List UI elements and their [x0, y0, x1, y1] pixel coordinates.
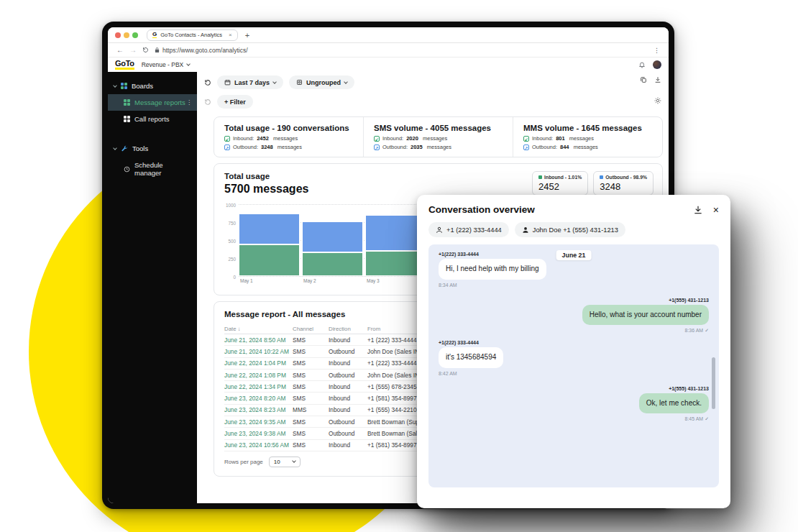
sidebar-group-boards[interactable]: Boards [108, 78, 197, 94]
inbound-icon: ↙ [523, 136, 529, 142]
browser-tabbar: G GoTo Contacts - Analytics × + [108, 27, 669, 43]
grouping-filter[interactable]: Ungrouped [289, 75, 354, 89]
boards-icon [121, 83, 127, 89]
inbound-segment [239, 244, 300, 276]
browser-tab[interactable]: G GoTo Contacts - Analytics × [147, 29, 238, 41]
page: G GoTo Contacts - Analytics × + ← → http… [0, 0, 798, 532]
item-menu-icon[interactable]: ⋮ [186, 99, 192, 106]
minimize-window-button[interactable] [124, 32, 129, 38]
lock-icon [155, 47, 160, 53]
message-sender: +1(222) 333-4444 [439, 340, 479, 345]
cell-channel: SMS [293, 359, 329, 367]
summary-title: Total usage - 190 conversations [224, 124, 353, 132]
inbound-icon: ↙ [374, 136, 380, 142]
goto-logo[interactable]: GoTo [115, 60, 134, 70]
maximize-window-button[interactable] [132, 32, 138, 38]
notifications-bell-icon[interactable] [638, 61, 646, 68]
outbound-icon: ↗ [224, 145, 230, 150]
summary-section: SMS volume - 4055 messages↙Inbound: 2020… [363, 117, 513, 157]
calendar-icon [224, 79, 231, 86]
outbound-icon: ↗ [374, 145, 380, 150]
cell-direction: Inbound [329, 395, 367, 402]
legend-label: Inbound - 1.01% [544, 175, 582, 180]
direction-unit: messages [421, 135, 447, 142]
cell-channel: MMS [293, 406, 329, 413]
conversation-overview-modal: Conversation overview × +1 (222) 333-444… [417, 195, 730, 508]
date-range-filter[interactable]: Last 7 days [217, 75, 283, 89]
y-axis-tick: 1000 [223, 203, 236, 208]
cell-channel: SMS [293, 336, 329, 344]
message-bubble: Hello, what is your account number [582, 305, 709, 326]
reload-icon[interactable] [142, 47, 149, 53]
direction-unit: messages [272, 135, 298, 142]
refresh-icon-disabled [204, 98, 211, 106]
close-icon[interactable]: × [713, 205, 719, 215]
chevron-down-icon [113, 83, 117, 88]
browser-menu-icon[interactable]: ⋮ [653, 47, 660, 54]
download-conversation-icon[interactable] [693, 205, 703, 215]
cell-date: June 23, 2024 8:20 AM [224, 395, 293, 402]
direction-count: 2035 [411, 144, 423, 150]
summary-line: ↙Inbound: 2452 messages [224, 135, 353, 142]
toolbar-row-1: Last 7 days Ungrouped [197, 72, 669, 91]
forward-icon[interactable]: → [129, 46, 137, 54]
sort-desc-icon[interactable]: ↓ [236, 326, 240, 332]
rows-per-page-select[interactable]: 10 [269, 457, 301, 467]
address-bar[interactable]: https://www.goto.com/analytics/ [155, 47, 248, 54]
cell-direction: Outbound [329, 372, 367, 379]
direction-unit: messages [572, 144, 598, 150]
legend-value: 3248 [600, 181, 647, 192]
user-avatar[interactable] [653, 60, 661, 69]
cell-direction: Inbound [329, 383, 367, 390]
legend-value: 2452 [538, 181, 582, 192]
column-header-direction[interactable]: Direction [329, 326, 367, 332]
cell-direction: Inbound [329, 406, 367, 413]
cell-channel: SMS [293, 348, 329, 355]
legend-color-swatch [600, 175, 603, 179]
refresh-icon[interactable] [204, 79, 211, 86]
cell-direction: Inbound [329, 441, 367, 449]
chat-message: +1(555) 431-1213Hello, what is your acco… [439, 298, 709, 334]
sidebar-item-label: Call reports [134, 115, 170, 123]
person-filled-icon [522, 226, 529, 234]
direction-unit: messages [568, 135, 594, 142]
cell-date: June 22, 2024 1:08 PM [224, 372, 293, 379]
back-icon[interactable]: ← [116, 46, 124, 54]
x-axis-label: May 1 [240, 278, 253, 283]
workspace-label: Revenue - PBX [142, 61, 184, 68]
outbound-segment [302, 221, 363, 252]
sidebar-item-schedule-manager[interactable]: Schedule manager [108, 157, 197, 181]
cell-channel: SMS [293, 418, 329, 426]
wrench-icon [121, 145, 128, 152]
direction-label: Outbound: [382, 144, 408, 150]
close-window-button[interactable] [115, 32, 121, 38]
sidebar-item-message-reports[interactable]: Message reports ⋮ [108, 94, 197, 111]
settings-gear-icon[interactable] [654, 97, 661, 104]
participant-label: John Doe +1 (555) 431-1213 [533, 226, 618, 234]
delivered-check-icon: ✓ [703, 328, 709, 333]
sidebar-item-call-reports[interactable]: Call reports [108, 111, 197, 127]
sidebar-group-tools[interactable]: Tools [108, 140, 197, 157]
new-tab-button[interactable]: + [245, 31, 249, 40]
column-header-date[interactable]: Date ↓ [224, 326, 293, 332]
group-icon [296, 79, 303, 86]
message-time: 8:45 AM ✓ [685, 416, 710, 422]
chat-scrollbar[interactable] [712, 357, 715, 409]
workspace-selector[interactable]: Revenue - PBX [142, 61, 191, 68]
tab-close-icon[interactable]: × [229, 32, 232, 38]
column-header-channel[interactable]: Channel [293, 326, 329, 332]
bar-may-1 [239, 214, 300, 276]
add-filter-button[interactable]: + Filter [217, 95, 253, 109]
cell-channel: SMS [293, 430, 329, 437]
window-controls[interactable] [115, 32, 138, 38]
message-time: 8:34 AM [439, 283, 457, 288]
participant-chip-agent[interactable]: John Doe +1 (555) 431-1213 [515, 222, 625, 237]
direction-label: Inbound: [532, 135, 553, 142]
cell-channel: SMS [293, 441, 329, 449]
copy-icon[interactable] [640, 76, 647, 83]
participant-chip-customer[interactable]: +1 (222) 333-4444 [428, 222, 509, 237]
summary-cards: Total usage - 190 conversations↙Inbound:… [214, 116, 663, 157]
date-chip: June 21 [556, 250, 592, 260]
legend-box: Outbound - 98.9%3248 [593, 171, 653, 196]
download-icon[interactable] [654, 76, 661, 83]
